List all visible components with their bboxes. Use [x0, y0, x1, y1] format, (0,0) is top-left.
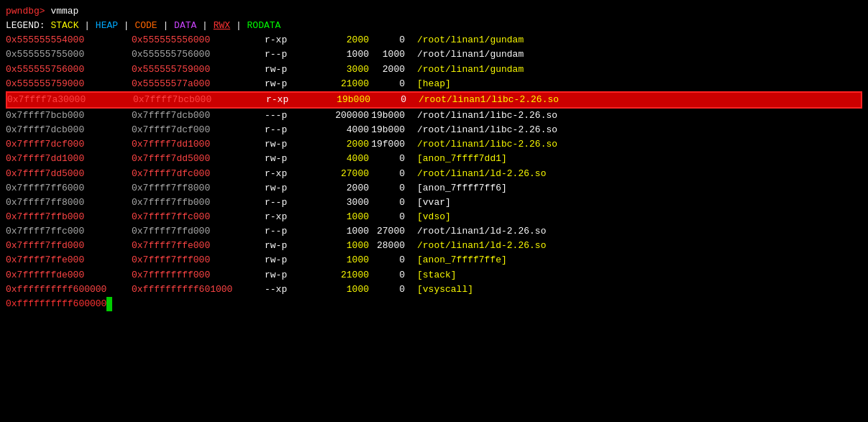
- addr1: 0x555555756000: [6, 63, 132, 77]
- offset: 27000: [369, 224, 408, 239]
- size: 21000: [304, 77, 369, 91]
- table-row: 0x7ffff7ffd0000x7ffff7ffe000rw-p10002800…: [6, 239, 862, 253]
- perm: r-xp: [265, 167, 304, 181]
- addr2: 0x555555556000: [132, 33, 265, 47]
- table-row: 0x7ffff7ff60000x7ffff7ff8000rw-p20000[an…: [6, 181, 862, 196]
- size: 1000: [304, 253, 369, 267]
- size: 200000: [304, 109, 369, 123]
- size: 4000: [304, 152, 369, 166]
- offset: 1000: [369, 47, 408, 62]
- sep3: |: [157, 19, 174, 33]
- addr2: 0x7ffff7dcf000: [132, 123, 265, 137]
- addr2: 0x7ffffffff000: [132, 268, 265, 283]
- addr2: 0x7ffff7ffe000: [132, 239, 265, 253]
- path: /root/linan1/ld-2.26.so: [408, 167, 546, 181]
- perm: rw-p: [265, 253, 304, 267]
- addr1: 0x555555755000: [6, 47, 132, 62]
- perm: r--p: [265, 123, 304, 137]
- offset: 19f000: [369, 137, 408, 152]
- offset: 0: [369, 33, 408, 47]
- perm: r--p: [265, 224, 304, 239]
- addr1: 0x7ffff7dcf000: [6, 137, 132, 152]
- offset: 0: [370, 93, 410, 107]
- addr1: 0x7ffff7dd5000: [6, 167, 132, 181]
- addr1: 0x7ffff7ff8000: [6, 196, 132, 210]
- size: 2000: [304, 181, 369, 196]
- addr2: 0xffffffffff601000: [132, 283, 265, 297]
- addr2: 0x7ffff7ffb000: [132, 196, 265, 210]
- path: /root/linan1/ld-2.26.so: [408, 239, 546, 253]
- path: [vvar]: [408, 196, 451, 210]
- perm: r--p: [265, 47, 304, 62]
- perm: r-xp: [266, 93, 306, 107]
- offset: 28000: [369, 239, 408, 253]
- addr1: 0x7ffff7ffb000: [6, 210, 132, 224]
- table-row: 0x7ffff7dd50000x7ffff7dfc000r-xp270000/r…: [6, 167, 862, 181]
- addr1: 0x7ffff7dd1000: [6, 152, 132, 166]
- addr1: 0x7ffff7bcb000: [6, 109, 132, 123]
- size: 21000: [304, 268, 369, 283]
- perm: rw-p: [265, 137, 304, 152]
- addr1: 0x7ffff7ffd000: [6, 239, 132, 253]
- addr2: 0x555555756000: [132, 47, 265, 62]
- path: [anon_7ffff7ffe]: [408, 253, 507, 267]
- offset: 0: [369, 181, 408, 196]
- perm: rw-p: [265, 181, 304, 196]
- addr1: 0x7ffff7dcb000: [6, 123, 132, 137]
- addr2: 0x7ffff7fff000: [132, 253, 265, 267]
- table-row: 0x7ffff7dcf0000x7ffff7dd1000rw-p200019f0…: [6, 137, 862, 152]
- offset: 0: [369, 196, 408, 210]
- size: 1000: [304, 224, 369, 239]
- perm: --xp: [265, 283, 304, 297]
- offset: 0: [369, 77, 408, 91]
- legend-prefix: LEGEND:: [6, 19, 50, 33]
- path: [anon_7ffff7ff6]: [408, 181, 507, 196]
- path: /root/linan1/gundam: [408, 63, 524, 77]
- addr2: 0x7ffff7dfc000: [132, 167, 265, 181]
- offset: 0: [369, 268, 408, 283]
- cursor-line: 0xffffffffff600000: [6, 297, 862, 311]
- table-row: 0x7ffff7dd10000x7ffff7dd5000rw-p40000[an…: [6, 152, 862, 166]
- table-row: 0x5555557560000x555555759000rw-p30002000…: [6, 63, 862, 77]
- path: /root/linan1/libc-2.26.so: [408, 109, 557, 123]
- table-row: 0x5555557590000x55555577a000rw-p210000[h…: [6, 77, 862, 91]
- size: 1000: [304, 283, 369, 297]
- addr2: 0x7ffff7dd5000: [132, 152, 265, 166]
- offset: 0: [369, 167, 408, 181]
- perm: rw-p: [265, 152, 304, 166]
- table-row: 0x5555555540000x555555556000r-xp20000/ro…: [6, 33, 862, 47]
- path: /root/linan1/gundam: [408, 33, 524, 47]
- sep4: |: [196, 19, 213, 33]
- size: 2000: [304, 33, 369, 47]
- size: 1000: [304, 239, 369, 253]
- addr1: 0x7ffff7ffc000: [6, 224, 132, 239]
- addr1: 0xffffffffff600000: [6, 283, 132, 297]
- table-row: 0xffffffffff6000000xffffffffff601000--xp…: [6, 283, 862, 297]
- size: 19b000: [306, 93, 370, 107]
- sep5: |: [230, 19, 247, 33]
- table-row: 0x7ffff7a300000x7ffff7bcb000r-xp19b0000/…: [6, 91, 862, 109]
- perm: r-xp: [265, 210, 304, 224]
- addr2: 0x7ffff7dd1000: [132, 137, 265, 152]
- perm: r--p: [265, 196, 304, 210]
- addr1: 0x7ffffffde000: [6, 268, 132, 283]
- sep2: |: [118, 19, 134, 33]
- table-row: 0x7ffffffde0000x7ffffffff000rw-p210000[s…: [6, 268, 862, 283]
- terminal: pwndbg> vmmap LEGEND: STACK | HEAP | COD…: [0, 0, 868, 422]
- legend-line: LEGEND: STACK | HEAP | CODE | DATA | RWX…: [6, 19, 862, 33]
- legend-rwx: RWX: [214, 19, 230, 33]
- path: /root/linan1/libc-2.26.so: [408, 123, 557, 137]
- cursor-addr: 0xffffffffff600000: [6, 297, 106, 311]
- size: 27000: [304, 167, 369, 181]
- perm: r-xp: [265, 33, 304, 47]
- perm: rw-p: [265, 239, 304, 253]
- prompt-text: pwndbg>: [6, 4, 45, 19]
- addr1: 0x7ffff7ff6000: [6, 181, 132, 196]
- offset: 0: [369, 283, 408, 297]
- perm: ---p: [265, 109, 304, 123]
- command-text: vmmap: [45, 4, 79, 19]
- legend-code: CODE: [134, 19, 157, 33]
- offset: 19b000: [369, 123, 408, 137]
- table-row: 0x7ffff7bcb0000x7ffff7dcb000---p20000019…: [6, 109, 862, 123]
- table-row: 0x5555557550000x555555756000r--p10001000…: [6, 47, 862, 62]
